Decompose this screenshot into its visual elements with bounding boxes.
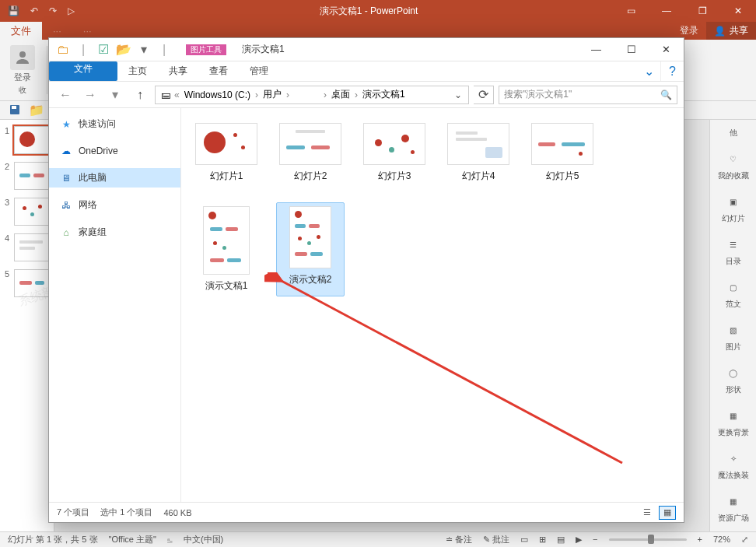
nav-recent-icon[interactable]: ▾ [105, 85, 125, 105]
context-tab-picture-tools[interactable]: 图片工具 [178, 38, 234, 61]
view-sorter-icon[interactable]: ⊞ [539, 535, 546, 545]
share-label: 共享 [730, 24, 748, 37]
thumb-3[interactable]: 3 [5, 198, 49, 226]
view-reading-icon[interactable]: ▤ [557, 535, 565, 545]
file-slide4[interactable]: 幻灯片4 [444, 119, 513, 187]
file-slide2[interactable]: 幻灯片2 [276, 119, 345, 187]
file-doc2[interactable]: 演示文稿2 [276, 202, 345, 296]
close-icon[interactable]: ✕ [649, 38, 684, 61]
zoom-value[interactable]: 72% [713, 535, 730, 544]
crumb-folder[interactable]: 演示文稿1 [359, 88, 408, 101]
ribbon-expand-icon[interactable]: ⌄ [637, 61, 660, 81]
sidepanel-bg[interactable]: ▦ 更换背景 [718, 408, 749, 438]
sidepanel-slides[interactable]: ▣ 幻灯片 [722, 194, 745, 224]
nav-forward-icon[interactable]: → [80, 85, 100, 105]
crumb-users[interactable]: 用户 [260, 88, 285, 101]
ribbon-tab-view[interactable]: 查看 [198, 61, 239, 81]
restore-icon[interactable]: ❐ [684, 0, 720, 22]
explorer-body: ★ 快速访问 ☁ OneDrive 🖥 此电脑 🖧 网络 ⌂ 家庭组 [49, 108, 684, 502]
save-icon[interactable] [8, 103, 22, 117]
sidepanel-magic[interactable]: ✧ 魔法换装 [718, 451, 749, 481]
help-icon[interactable]: ? [660, 61, 684, 81]
cloud-icon: ☁ [60, 145, 72, 157]
thumb-1[interactable]: 1 [5, 126, 49, 154]
view-slideshow-icon[interactable]: ▶ [576, 535, 582, 545]
zoom-slider[interactable] [609, 538, 687, 541]
share-button[interactable]: 👤 共享 [706, 22, 756, 40]
crumb-drive[interactable]: Windows10 (C:) [181, 89, 254, 100]
file-pane[interactable]: 幻灯片1 幻灯片2 幻灯片3 幻灯片4 幻灯片5 [181, 108, 684, 502]
status-lang[interactable]: 中文(中国) [184, 534, 223, 545]
sidepanel-fanwen[interactable]: ▢ 范文 [725, 279, 742, 310]
ribbon-tab-file[interactable]: 文件 [49, 61, 117, 81]
file-label: 幻灯片5 [546, 170, 579, 183]
view-large-icons-icon[interactable]: ▦ [659, 506, 676, 520]
ribbon-login-group[interactable]: 登录 收 [5, 43, 40, 97]
thumb-num: 3 [5, 198, 11, 207]
ribbon-tab-share[interactable]: 共享 [158, 61, 198, 81]
notes-button[interactable]: ≐ 备注 [446, 534, 472, 545]
ribbon-tab-home[interactable]: 主页 [117, 61, 158, 81]
explorer-navbar: ← → ▾ ↑ 🖴 « Windows10 (C:) › 用户 › › 桌面 ›… [49, 82, 684, 108]
side-homegroup[interactable]: ⌂ 家庭组 [49, 223, 180, 242]
accessibility-icon[interactable]: ⎁ [167, 535, 173, 544]
homegroup-icon: ⌂ [60, 226, 72, 239]
breadcrumb-dropdown-icon[interactable]: ⌄ [451, 89, 465, 100]
nav-up-icon[interactable]: ↑ [130, 85, 150, 105]
ribbon-options-icon[interactable]: ▭ [613, 0, 649, 22]
minimize-icon[interactable]: — [649, 0, 684, 22]
file-doc1[interactable]: 演示文稿1 [192, 202, 261, 296]
folder-icon[interactable]: 📁 [30, 103, 44, 117]
nav-back-icon[interactable]: ← [55, 85, 75, 105]
thumb-4[interactable]: 4 [5, 233, 49, 261]
crumb-desktop[interactable]: 桌面 [328, 88, 353, 101]
fit-icon[interactable]: ⤢ [741, 535, 748, 545]
thumb-num: 2 [5, 162, 11, 171]
side-network[interactable]: 🖧 网络 [49, 195, 180, 215]
explorer-ribbon: 文件 主页 共享 查看 管理 ⌄ ? [49, 61, 684, 82]
sidepanel-favorites[interactable]: ♡ 我的收藏 [718, 151, 749, 181]
side-quick-access[interactable]: ★ 快速访问 [49, 114, 180, 134]
start-icon[interactable]: ▷ [68, 5, 75, 16]
file-slide1[interactable]: 幻灯片1 [192, 119, 261, 187]
file-label: 幻灯片2 [294, 170, 327, 183]
side-onedrive[interactable]: ☁ OneDrive [49, 142, 180, 160]
file-slide5[interactable]: 幻灯片5 [528, 119, 597, 187]
breadcrumb[interactable]: 🖴 « Windows10 (C:) › 用户 › › 桌面 › 演示文稿1 ⌄ [155, 86, 469, 104]
sidepanel-image[interactable]: ▧ 图片 [725, 322, 742, 352]
sidepanel-other[interactable]: 他 [730, 128, 737, 139]
view-details-icon[interactable]: ☰ [639, 506, 656, 520]
search-input[interactable]: 搜索"演示文稿1" 🔍 [499, 86, 677, 104]
redo-icon[interactable]: ↷ [49, 5, 57, 16]
sidepanel-resource[interactable]: ▦ 资源广场 [718, 493, 749, 524]
zoom-in-icon[interactable]: + [698, 535, 702, 544]
thumb-2[interactable]: 2 [5, 162, 49, 190]
qat-dropdown-icon[interactable]: ▾ [135, 40, 153, 59]
view-normal-icon[interactable]: ▭ [520, 535, 528, 545]
breadcrumb-overflow[interactable]: « [174, 89, 180, 100]
thumb-5[interactable]: 5 [5, 269, 49, 297]
maximize-icon[interactable]: ☐ [614, 38, 649, 61]
file-slide3[interactable]: 幻灯片3 [360, 119, 429, 187]
open-folder-icon[interactable]: 📂 [114, 40, 133, 59]
context-tab-label: 图片工具 [186, 44, 226, 55]
undo-icon[interactable]: ↶ [30, 5, 38, 16]
sidepanel-toc[interactable]: ☰ 目录 [725, 237, 742, 267]
drive-icon: 🖴 [159, 89, 173, 100]
save-icon[interactable]: 💾 [8, 5, 19, 16]
network-icon: 🖧 [60, 199, 72, 212]
tab-file[interactable]: 文件 [0, 22, 42, 40]
sidepanel-shape[interactable]: ◯ 形状 [725, 365, 742, 395]
zoom-out-icon[interactable]: − [593, 535, 597, 544]
ribbon-tab-manage[interactable]: 管理 [239, 61, 279, 81]
comments-button[interactable]: ✎ 批注 [483, 534, 509, 545]
status-slide: 幻灯片 第 1 张，共 5 张 [8, 534, 98, 545]
explorer-qat: 🗀 | ☑ 📂 ▾ | [49, 40, 178, 59]
props-icon[interactable]: ☑ [94, 40, 113, 59]
close-icon[interactable]: ✕ [720, 0, 756, 22]
file-grid: 幻灯片1 幻灯片2 幻灯片3 幻灯片4 幻灯片5 [192, 119, 673, 296]
minimize-icon[interactable]: — [579, 38, 614, 61]
folder-icon[interactable]: 🗀 [54, 40, 72, 59]
refresh-icon[interactable]: ⟳ [474, 86, 494, 104]
side-this-pc[interactable]: 🖥 此电脑 [49, 168, 180, 188]
